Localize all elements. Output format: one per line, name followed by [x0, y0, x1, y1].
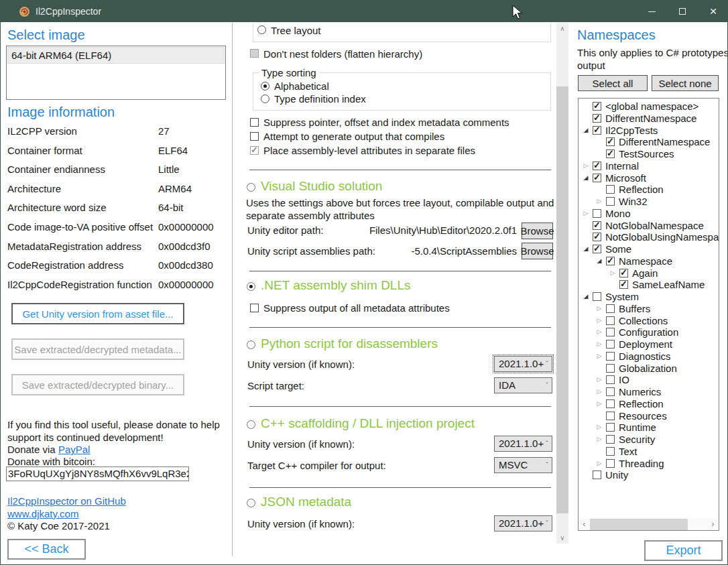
browse-editor-path-button[interactable]: Browse — [522, 223, 553, 239]
tree-expand-icon[interactable]: ▷ — [595, 398, 604, 410]
tree-expand-icon[interactable]: ▷ — [595, 338, 604, 350]
tree-checkbox[interactable] — [593, 174, 601, 182]
tree-checkbox[interactable] — [606, 423, 615, 432]
tree-item[interactable]: Globalization — [579, 363, 719, 374]
tree-checkbox[interactable] — [606, 375, 615, 384]
tree-item[interactable]: ◢Microsoft — [579, 172, 719, 184]
export-button[interactable]: Export — [644, 540, 723, 561]
cpp-scaffolding-radio[interactable] — [247, 420, 255, 429]
tree-expand-icon[interactable]: ▷ — [595, 303, 604, 314]
tree-collapse-icon[interactable]: ◢ — [581, 125, 591, 136]
tree-item[interactable]: Resources — [579, 410, 719, 422]
tree-item[interactable]: ◢Il2CppTests — [579, 125, 719, 136]
tree-expand-icon[interactable]: ▷ — [581, 160, 591, 172]
tree-item[interactable]: DifferentNamespace — [579, 113, 719, 124]
tree-horizontal-scrollbar[interactable] — [579, 519, 719, 530]
tree-expand-icon[interactable]: ▷ — [581, 208, 591, 219]
tree-checkbox[interactable] — [606, 435, 615, 444]
tree-item[interactable]: ▷Configuration — [579, 326, 719, 338]
tree-checkbox[interactable] — [606, 149, 615, 158]
alphabetical-radio[interactable] — [261, 82, 269, 90]
tree-checkbox[interactable] — [606, 352, 615, 361]
tree-item[interactable]: ▷Win32 — [579, 196, 719, 207]
select-all-button[interactable]: Select all — [578, 75, 648, 91]
compilable-output-checkbox[interactable] — [250, 132, 259, 141]
tree-expand-icon[interactable]: ▷ — [595, 196, 604, 207]
tree-expand-icon[interactable]: ▷ — [595, 351, 604, 362]
tree-checkbox[interactable] — [593, 470, 601, 479]
tree-item[interactable]: <global namespace> — [579, 101, 719, 112]
tree-checkbox[interactable] — [593, 221, 601, 230]
tree-checkbox[interactable] — [606, 328, 615, 336]
paypal-link[interactable]: PayPal — [58, 444, 90, 455]
tree-collapse-icon[interactable]: ◢ — [581, 243, 591, 255]
tree-item[interactable]: ◢Some — [579, 243, 719, 255]
middle-scrollbar-thumb[interactable] — [556, 86, 568, 513]
tree-checkbox[interactable] — [606, 399, 615, 408]
browse-assemblies-path-button[interactable]: Browse — [522, 243, 553, 259]
scroll-right-icon[interactable] — [707, 519, 719, 530]
dotnet-shim-radio[interactable] — [247, 282, 255, 291]
tree-item[interactable]: Text — [579, 446, 719, 457]
tree-checkbox[interactable] — [593, 233, 601, 241]
tree-item[interactable]: ▷Threading — [579, 458, 719, 469]
tree-item[interactable]: ▷Mono — [579, 208, 719, 219]
tree-checkbox[interactable] — [593, 162, 601, 170]
close-button[interactable]: × — [698, 1, 728, 22]
namespaces-tree[interactable]: <global namespace>DifferentNamespace◢Il2… — [578, 98, 719, 531]
website-link[interactable]: www.djkaty.com — [7, 508, 78, 519]
tree-expand-icon[interactable]: ▷ — [608, 267, 617, 279]
tree-item[interactable]: ◢Namespace — [579, 255, 719, 267]
tree-item[interactable]: DifferentNamespace — [579, 136, 719, 147]
tree-checkbox[interactable] — [606, 412, 615, 420]
tree-checkbox[interactable] — [606, 137, 615, 146]
tree-checkbox[interactable] — [606, 447, 615, 456]
tree-item[interactable]: Unity — [579, 469, 719, 481]
tree-item[interactable]: ▷Reflection — [579, 398, 719, 410]
tree-expand-icon[interactable]: ▷ — [595, 374, 604, 385]
tree-item[interactable]: ▷Diagnostics — [579, 351, 719, 362]
tree-checkbox[interactable] — [606, 387, 615, 396]
tree-checkbox[interactable] — [593, 209, 601, 218]
bitcoin-address-input[interactable]: 3FoRUqUXgYj8NY8sMQfhX6vv9LqR3e2kzz — [6, 466, 189, 481]
get-unity-version-button[interactable]: Get Unity version from asset file... — [11, 303, 184, 324]
tree-checkbox[interactable] — [606, 197, 615, 206]
tree-item[interactable]: ▷Numerics — [579, 386, 719, 397]
tree-expand-icon[interactable]: ▷ — [595, 386, 604, 397]
tree-checkbox[interactable] — [593, 292, 601, 301]
cpp-unity-version-select[interactable]: 2021.1.0+ˇ — [494, 436, 552, 452]
suppress-metadata-attributes-checkbox[interactable] — [250, 304, 259, 312]
tree-collapse-icon[interactable]: ◢ — [595, 255, 604, 267]
cpp-compiler-select[interactable]: MSVCˇ — [494, 457, 552, 473]
tree-checkbox[interactable] — [593, 126, 601, 135]
middle-scrollbar[interactable] — [556, 23, 568, 544]
tree-item[interactable]: ▷Collections — [579, 315, 719, 326]
python-script-radio[interactable] — [247, 340, 255, 349]
tree-checkbox[interactable] — [619, 269, 628, 277]
tree-collapse-icon[interactable]: ◢ — [581, 172, 591, 184]
tree-expand-icon[interactable]: ▷ — [595, 422, 604, 433]
tree-item[interactable]: Reflection — [579, 184, 719, 195]
minimize-button[interactable] — [636, 1, 667, 22]
tree-collapse-icon[interactable]: ◢ — [581, 291, 591, 302]
tree-checkbox[interactable] — [606, 340, 615, 349]
tree-checkbox[interactable] — [606, 364, 615, 373]
tree-item[interactable]: ▷Runtime — [579, 422, 719, 433]
python-unity-version-select[interactable]: 2021.1.0+ˇ — [494, 356, 552, 372]
tree-expand-icon[interactable]: ▷ — [595, 326, 604, 338]
tree-expand-icon[interactable]: ▷ — [595, 434, 604, 445]
tree-item[interactable]: ◢System — [579, 291, 719, 302]
scroll-down-icon[interactable] — [556, 532, 568, 544]
image-list-item[interactable]: 64-bit ARM64 (ELF64) — [7, 47, 225, 64]
github-link[interactable]: Il2CppInspector on GitHub — [7, 495, 126, 507]
tree-checkbox[interactable] — [593, 114, 601, 123]
tree-checkbox[interactable] — [619, 280, 628, 289]
tree-checkbox[interactable] — [606, 316, 615, 325]
maximize-button[interactable] — [667, 1, 698, 22]
tree-checkbox[interactable] — [606, 304, 615, 313]
suppress-metadata-comments-checkbox[interactable] — [250, 118, 259, 127]
tree-layout-radio[interactable] — [257, 25, 266, 34]
back-button[interactable]: << Back — [7, 539, 86, 560]
tree-hscrollbar-thumb[interactable] — [590, 519, 688, 530]
type-definition-index-radio[interactable] — [261, 95, 269, 103]
